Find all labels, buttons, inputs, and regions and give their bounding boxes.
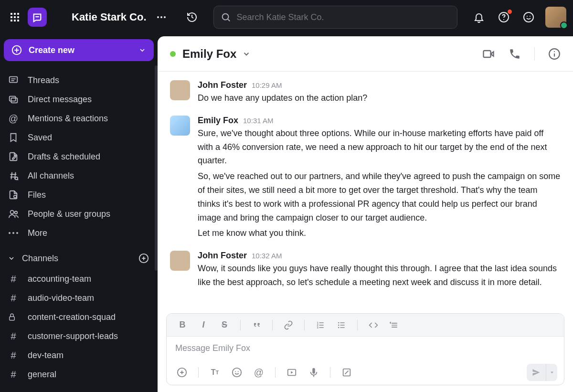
sidebar-item-bookmark[interactable]: Saved xyxy=(4,128,154,147)
strikethrough-button[interactable]: S xyxy=(216,317,233,333)
create-new-button[interactable]: Create new xyxy=(4,39,154,61)
sidebar-item-label: More xyxy=(28,228,47,238)
svg-marker-76 xyxy=(551,372,553,374)
channels-header[interactable]: Channels xyxy=(4,252,154,265)
sidebar-item-more[interactable]: More xyxy=(4,223,154,243)
quote-button[interactable] xyxy=(248,317,265,333)
svg-marker-72 xyxy=(291,371,293,374)
message-avatar[interactable] xyxy=(170,116,190,136)
message-author[interactable]: John Foster xyxy=(198,251,247,261)
mention-button[interactable]: @ xyxy=(250,364,267,381)
search-input[interactable] xyxy=(237,12,451,22)
mentions-icon: @ xyxy=(8,113,19,124)
bold-button[interactable]: B xyxy=(174,317,191,333)
emoji-button[interactable] xyxy=(228,364,245,381)
sidebar-item-dm[interactable]: Direct messages xyxy=(4,90,154,109)
svg-point-61 xyxy=(338,327,340,328)
attach-button[interactable] xyxy=(173,364,191,381)
message: John Foster10:32 AMWow, it sounds like y… xyxy=(170,251,561,291)
sidebar-item-allchannels[interactable]: All channels xyxy=(4,166,154,185)
message-input[interactable] xyxy=(175,343,555,353)
workspace-name[interactable]: Katie Stark Co. xyxy=(72,11,147,23)
allchannels-icon xyxy=(8,170,19,181)
channels-label: Channels xyxy=(22,254,58,264)
notification-dot-icon xyxy=(508,10,512,14)
info-button[interactable] xyxy=(548,48,561,60)
dm-icon xyxy=(8,94,19,105)
svg-rect-2 xyxy=(17,13,19,15)
ordered-list-button[interactable]: 123 xyxy=(312,317,329,333)
message-avatar[interactable] xyxy=(170,80,190,100)
channel-general[interactable]: #general xyxy=(4,365,154,384)
svg-point-10 xyxy=(157,16,159,18)
nav-list: ThreadsDirect messages@Mentions & reacti… xyxy=(4,71,154,243)
workspace-logo[interactable] xyxy=(28,8,47,27)
format-toolbar: B I S 123 xyxy=(167,314,564,337)
send-button[interactable] xyxy=(527,364,546,381)
composer-actions: TT @ xyxy=(167,360,564,385)
channel-content-creation-squad[interactable]: content-creation-squad xyxy=(4,307,154,327)
sidebar-item-label: All channels xyxy=(28,171,74,181)
files-icon xyxy=(8,190,19,200)
sidebar-item-drafts[interactable]: Drafts & scheduled xyxy=(4,147,154,166)
sidebar-scrollbar[interactable] xyxy=(155,65,158,271)
message-list: John Foster10:29 AMDo we have any update… xyxy=(158,72,573,309)
chat-title[interactable]: Emily Fox xyxy=(182,47,236,61)
search-box[interactable] xyxy=(213,6,458,29)
bullet-list-button[interactable] xyxy=(333,317,350,333)
message-author[interactable]: Emily Fox xyxy=(198,116,238,126)
message: John Foster10:29 AMDo we have any update… xyxy=(170,80,561,107)
history-button[interactable] xyxy=(184,9,200,25)
send-options-button[interactable] xyxy=(546,364,557,381)
plus-circle-icon xyxy=(11,45,22,55)
phone-call-button[interactable] xyxy=(509,48,521,60)
text-format-button[interactable]: TT xyxy=(206,364,223,381)
code-button[interactable] xyxy=(365,317,382,333)
sidebar-item-mentions[interactable]: @Mentions & reactions xyxy=(4,109,154,128)
message-avatar[interactable] xyxy=(170,251,190,271)
message-time: 10:32 AM xyxy=(252,252,282,260)
svg-rect-3 xyxy=(11,16,12,18)
svg-rect-6 xyxy=(11,20,12,21)
chevron-down-icon xyxy=(8,254,15,262)
user-avatar[interactable] xyxy=(545,7,566,28)
message-author[interactable]: John Foster xyxy=(198,80,247,90)
channel-accounting-team[interactable]: #accounting-team xyxy=(4,269,154,288)
svg-point-70 xyxy=(238,371,239,372)
svg-line-30 xyxy=(11,172,12,180)
video-clip-button[interactable] xyxy=(283,364,300,381)
svg-point-16 xyxy=(503,19,504,20)
separator xyxy=(240,320,241,330)
code-block-button[interactable] xyxy=(386,317,403,333)
search-container xyxy=(213,6,458,29)
drafts-icon xyxy=(8,151,19,162)
workspace-more-button[interactable] xyxy=(153,9,170,25)
svg-point-69 xyxy=(235,371,236,372)
message: Emily Fox10:31 AMSure, we've thought abo… xyxy=(170,116,561,242)
shortcuts-button[interactable] xyxy=(338,364,355,381)
apps-grid-button[interactable] xyxy=(7,9,23,25)
channel-dev-team[interactable]: #dev-team xyxy=(4,346,154,365)
italic-button[interactable]: I xyxy=(195,317,212,333)
emoji-status-button[interactable] xyxy=(520,9,537,25)
audio-clip-button[interactable] xyxy=(305,364,322,381)
svg-point-37 xyxy=(15,212,18,214)
svg-rect-45 xyxy=(484,51,491,57)
link-button[interactable] xyxy=(280,317,297,333)
search-icon xyxy=(221,12,231,22)
svg-rect-8 xyxy=(17,20,19,21)
channel-audio-video-team[interactable]: #audio-video-team xyxy=(4,288,154,307)
help-button[interactable] xyxy=(496,9,512,25)
chat-header: Emily Fox xyxy=(158,36,573,72)
add-channel-button[interactable] xyxy=(138,252,150,265)
notifications-button[interactable] xyxy=(471,9,487,25)
chevron-down-icon[interactable] xyxy=(242,50,251,58)
sidebar-item-files[interactable]: Files xyxy=(4,185,154,204)
svg-point-12 xyxy=(164,16,166,18)
sidebar-item-people[interactable]: People & user groups xyxy=(4,204,154,223)
video-call-button[interactable] xyxy=(482,47,495,61)
channel-customer-support-leads[interactable]: #customer-support-leads xyxy=(4,327,154,346)
sidebar-item-threads[interactable]: Threads xyxy=(4,71,154,90)
svg-point-36 xyxy=(11,211,14,214)
message-time: 10:31 AM xyxy=(243,117,273,125)
